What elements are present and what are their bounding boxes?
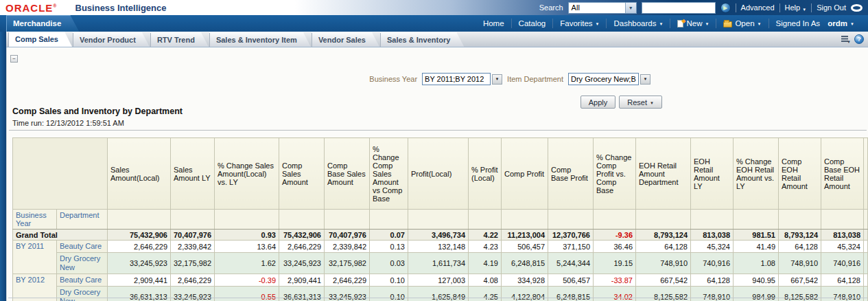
- menu-favorites[interactable]: Favorites ▼: [553, 15, 606, 32]
- value-cell: 667,542: [636, 274, 691, 287]
- row-header-spacer: [636, 210, 691, 230]
- row-header-spacer: [734, 210, 779, 230]
- value-cell: 748,910: [636, 253, 691, 274]
- value-cell: 1.08: [734, 253, 779, 274]
- value-cell: 6,248,815: [548, 287, 594, 301]
- value-cell-clipped: [864, 274, 868, 287]
- value-cell: 2,646,229: [171, 274, 215, 287]
- value-cell: 1.62: [215, 253, 279, 274]
- column-header-profit-local: % Profit (Local): [469, 138, 502, 210]
- chevron-down-icon: ▼: [650, 101, 654, 105]
- value-cell: 4.19: [469, 253, 502, 274]
- tab-comp-sales[interactable]: Comp Sales: [8, 32, 72, 47]
- value-cell: 748,910: [779, 253, 821, 274]
- row-header-spacer: [469, 210, 502, 230]
- chevron-down-icon[interactable]: ▼: [625, 3, 636, 13]
- menu-catalog[interactable]: Catalog: [512, 15, 553, 32]
- username: ordm: [828, 19, 847, 27]
- page-options-icon[interactable]: ▼: [841, 35, 850, 43]
- value-cell: 667,542: [779, 274, 821, 287]
- page-tabs: Comp SalesVendor ProductRTV TrendSales &…: [6, 32, 868, 47]
- item-department-combo[interactable]: Dry Grocery New;B ▼: [568, 73, 650, 85]
- tab-rtv-trend[interactable]: RTV Trend: [150, 32, 209, 47]
- menu-bar: Merchandise Home Catalog Favorites ▼ Das…: [0, 15, 868, 32]
- new-document-icon: ◆: [677, 20, 683, 27]
- reset-button[interactable]: Reset▼: [619, 96, 662, 109]
- value-cell: 8,793,124: [779, 230, 821, 241]
- signed-in-menu[interactable]: Signed In As ordm ▼: [769, 15, 861, 32]
- row-header-spacer: [215, 210, 279, 230]
- column-header-change-comp-sales-amount-vs-comp-base: % Change Comp Sales Amount vs Comp Base: [370, 138, 408, 210]
- row-header-spacer: [325, 210, 370, 230]
- business-year-label: Business Year: [369, 75, 417, 83]
- business-year-combo[interactable]: BY 2011;BY 2012 ▼: [422, 73, 502, 85]
- row-header-department: Department: [57, 210, 108, 230]
- apply-button[interactable]: Apply: [580, 96, 616, 109]
- chevron-down-icon[interactable]: ▼: [492, 74, 502, 85]
- business-year-value: BY 2011;BY 2012: [422, 73, 491, 85]
- report-title: Comp Sales and Inventory by Department: [12, 107, 183, 116]
- search-label: Search: [539, 3, 563, 12]
- table-corner-cell: [13, 138, 108, 210]
- value-cell: 981.51: [734, 230, 779, 241]
- tab-sales-inventory[interactable]: Sales & Inventory: [380, 32, 464, 47]
- column-header-clipped: [864, 138, 868, 210]
- value-cell: -33.87: [594, 274, 636, 287]
- column-header-comp-base-sales-amount: Comp Base Sales Amount: [325, 138, 370, 210]
- search-input[interactable]: [642, 2, 716, 14]
- page-help-icon[interactable]: ?: [854, 34, 864, 44]
- value-cell-clipped: [864, 253, 868, 274]
- prompt-actions: Apply Reset▼: [580, 96, 662, 109]
- department-cell-link[interactable]: Beauty Care: [57, 241, 108, 253]
- tab-vendor-product[interactable]: Vendor Product: [73, 32, 150, 47]
- value-cell: 33,245,923: [325, 287, 370, 301]
- department-cell-link[interactable]: Dry Grocery New: [57, 253, 108, 274]
- tab-vendor-sales[interactable]: Vendor Sales: [312, 32, 379, 47]
- value-cell: 813,038: [691, 230, 734, 241]
- search-scope-select[interactable]: All ▼: [568, 2, 637, 14]
- value-cell: 940.95: [734, 274, 779, 287]
- collapse-section-button[interactable]: −: [10, 55, 18, 63]
- value-cell: 64,128: [779, 241, 821, 253]
- department-cell-link[interactable]: Dry Grocery New: [57, 287, 108, 301]
- value-cell: 2,909,441: [279, 274, 325, 287]
- value-cell: 0.03: [370, 253, 408, 274]
- column-header-change-eoh-retail-amount-vs-ly: % Change EOH Retail Amount vs. LY: [734, 138, 779, 210]
- value-cell: 13.64: [215, 241, 279, 253]
- column-header-comp-eoh-retail-amount: Comp EOH Retail Amount: [779, 138, 821, 210]
- column-header-sales-amount-ly: Sales Amount LY: [171, 138, 215, 210]
- value-cell: 12,370,766: [548, 230, 594, 241]
- advanced-link[interactable]: Advanced: [741, 3, 775, 12]
- value-cell: 748,910: [691, 287, 734, 301]
- left-accent-strip: [0, 32, 6, 301]
- sign-out-link[interactable]: Sign Out: [817, 3, 846, 12]
- column-header-comp-base-eoh-retail-amount: Comp Base EOH Retail Amount: [821, 138, 864, 210]
- oracle-ring-icon: [851, 4, 863, 12]
- divider: [9, 130, 867, 131]
- menu-dashboards[interactable]: Dashboards ▼: [607, 15, 670, 32]
- menu-open[interactable]: Open ▼: [716, 15, 768, 32]
- search-go-button[interactable]: ▶: [720, 3, 731, 13]
- dashboard-tab-merchandise[interactable]: Merchandise: [6, 15, 79, 32]
- value-cell: 132,148: [408, 241, 469, 253]
- value-cell: 0.10: [370, 287, 408, 301]
- value-cell: 506,457: [502, 241, 548, 253]
- chevron-down-icon[interactable]: ▼: [640, 74, 650, 85]
- year-cell-link[interactable]: BY 2011: [13, 241, 57, 274]
- chevron-down-icon: ▼: [850, 22, 854, 26]
- value-cell: 4.08: [469, 274, 502, 287]
- menu-home[interactable]: Home: [476, 15, 511, 32]
- help-menu[interactable]: Help ▼: [785, 3, 807, 12]
- value-cell: 33,245,923: [171, 287, 215, 301]
- value-cell: 32,175,982: [325, 253, 370, 274]
- divider: [736, 3, 736, 12]
- divider: [811, 3, 812, 12]
- value-cell: 8,125,582: [779, 287, 821, 301]
- menu-new[interactable]: ◆New ▼: [670, 15, 716, 32]
- department-cell-link[interactable]: Beauty Care: [57, 274, 108, 287]
- tab-sales-inventory-item[interactable]: Sales & Inventory Item: [209, 32, 311, 47]
- value-cell: 2,646,229: [279, 241, 325, 253]
- value-cell-clipped: [864, 287, 868, 301]
- column-header-sales-amount-local: Sales Amount(Local): [108, 138, 171, 210]
- value-cell: 75,432,906: [108, 230, 171, 241]
